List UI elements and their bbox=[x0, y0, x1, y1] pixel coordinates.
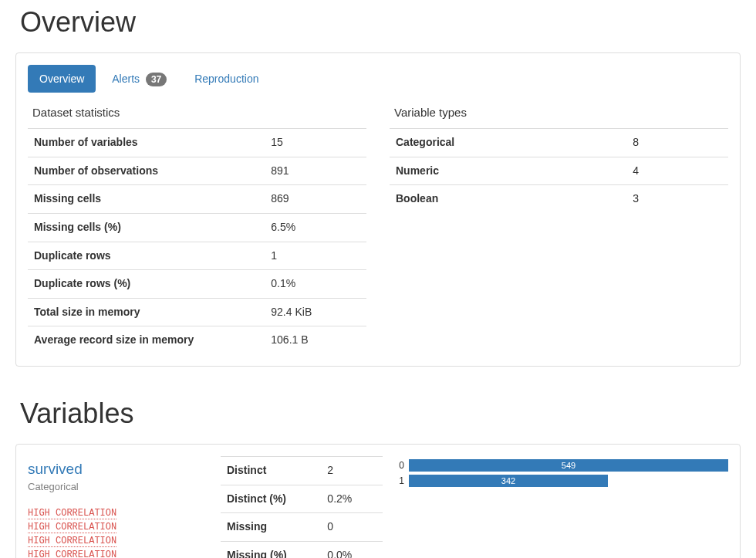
type-value: 8 bbox=[626, 129, 728, 157]
tab-overview-label: Overview bbox=[39, 73, 84, 85]
tab-reproduction[interactable]: Reproduction bbox=[183, 65, 270, 93]
type-label: Numeric bbox=[390, 157, 626, 185]
table-row: Total size in memory 92.4 KiB bbox=[28, 298, 366, 326]
stat-value: 0.1% bbox=[265, 270, 366, 299]
page-title-overview: Overview bbox=[20, 6, 741, 39]
freq-bar-fill: 342 bbox=[409, 475, 608, 487]
table-row: Categorical 8 bbox=[390, 129, 728, 157]
overview-tabs: Overview Alerts 37 Reproduction bbox=[28, 65, 728, 94]
variable-panel-survived: survived Categorical HIGH CORRELATION HI… bbox=[15, 444, 741, 558]
warning-tag[interactable]: HIGH CORRELATION bbox=[28, 522, 116, 533]
tab-alerts[interactable]: Alerts 37 bbox=[100, 65, 178, 94]
stat-label: Duplicate rows (%) bbox=[28, 270, 265, 299]
stat-label: Total size in memory bbox=[28, 298, 265, 326]
table-row: Average record size in memory 106.1 B bbox=[28, 326, 366, 354]
stat-value: 869 bbox=[265, 185, 366, 214]
stat-value: 0 bbox=[321, 513, 383, 542]
alerts-count-badge: 37 bbox=[146, 73, 167, 86]
freq-bar-label: 1 bbox=[398, 475, 409, 486]
stat-value: 0.0% bbox=[321, 541, 383, 558]
variable-types-table: Categorical 8 Numeric 4 Boolean 3 bbox=[390, 128, 728, 213]
stat-label: Average record size in memory bbox=[28, 326, 265, 354]
tab-alerts-label: Alerts bbox=[112, 73, 140, 85]
warning-tag[interactable]: HIGH CORRELATION bbox=[28, 508, 116, 519]
warning-tag[interactable]: HIGH CORRELATION bbox=[28, 536, 116, 547]
freq-bar-row: 1342 bbox=[398, 475, 728, 487]
stat-label: Distinct bbox=[221, 457, 321, 485]
table-row: Missing 0 bbox=[221, 513, 383, 542]
stat-value: 0.2% bbox=[321, 485, 383, 513]
stat-label: Missing (%) bbox=[221, 541, 321, 558]
stat-value: 6.5% bbox=[265, 214, 366, 242]
stat-value: 106.1 B bbox=[265, 326, 366, 354]
stat-label: Number of variables bbox=[28, 129, 265, 157]
table-row: Distinct (%) 0.2% bbox=[221, 485, 383, 513]
variable-stats: Distinct 2 Distinct (%) 0.2% Missing 0 M… bbox=[221, 456, 383, 558]
dataset-stats-col: Dataset statistics Number of variables 1… bbox=[28, 106, 366, 354]
freq-bar-track: 342 bbox=[409, 475, 728, 487]
freq-bar-label: 0 bbox=[398, 460, 409, 471]
stat-label: Missing cells bbox=[28, 185, 265, 214]
freq-bar-row: 0549 bbox=[398, 459, 728, 472]
variable-type: Categorical bbox=[28, 481, 205, 492]
variable-types-title: Variable types bbox=[394, 106, 728, 119]
table-row: Distinct 2 bbox=[221, 457, 383, 485]
type-value: 4 bbox=[626, 157, 728, 185]
stat-label: Distinct (%) bbox=[221, 485, 321, 513]
variable-freq-chart: 05491342 bbox=[398, 456, 728, 490]
warning-tag[interactable]: HIGH CORRELATION bbox=[28, 550, 116, 558]
variable-types-col: Variable types Categorical 8 Numeric 4 B… bbox=[390, 106, 728, 354]
stat-label: Duplicate rows bbox=[28, 242, 265, 270]
overview-panel: Overview Alerts 37 Reproduction Dataset … bbox=[15, 52, 741, 367]
tab-reproduction-label: Reproduction bbox=[194, 73, 258, 85]
table-row: Missing cells (%) 6.5% bbox=[28, 214, 366, 242]
table-row: Number of variables 15 bbox=[28, 129, 366, 157]
stat-value: 891 bbox=[265, 157, 366, 185]
table-row: Numeric 4 bbox=[390, 157, 728, 185]
stat-value: 15 bbox=[265, 129, 366, 157]
variable-meta: survived Categorical HIGH CORRELATION HI… bbox=[28, 456, 205, 558]
freq-bar-track: 549 bbox=[409, 459, 728, 472]
type-label: Boolean bbox=[390, 185, 626, 213]
stat-value: 92.4 KiB bbox=[265, 298, 366, 326]
type-value: 3 bbox=[626, 185, 728, 213]
table-row: Number of observations 891 bbox=[28, 157, 366, 185]
dataset-stats-title: Dataset statistics bbox=[32, 106, 366, 119]
stat-label: Missing cells (%) bbox=[28, 214, 265, 242]
table-row: Duplicate rows 1 bbox=[28, 242, 366, 270]
stat-value: 2 bbox=[321, 457, 383, 485]
variable-name: survived bbox=[28, 461, 205, 478]
table-row: Duplicate rows (%) 0.1% bbox=[28, 270, 366, 299]
stat-value: 1 bbox=[265, 242, 366, 270]
table-row: Missing (%) 0.0% bbox=[221, 541, 383, 558]
tab-overview[interactable]: Overview bbox=[28, 65, 96, 93]
table-row: Missing cells 869 bbox=[28, 185, 366, 214]
table-row: Boolean 3 bbox=[390, 185, 728, 213]
type-label: Categorical bbox=[390, 129, 626, 157]
freq-bar-fill: 549 bbox=[409, 459, 728, 472]
stat-label: Number of observations bbox=[28, 157, 265, 185]
page-title-variables: Variables bbox=[20, 397, 741, 430]
variable-warnings: HIGH CORRELATION HIGH CORRELATION HIGH C… bbox=[28, 508, 205, 558]
stat-label: Missing bbox=[221, 513, 321, 542]
dataset-stats-table: Number of variables 15 Number of observa… bbox=[28, 128, 366, 354]
